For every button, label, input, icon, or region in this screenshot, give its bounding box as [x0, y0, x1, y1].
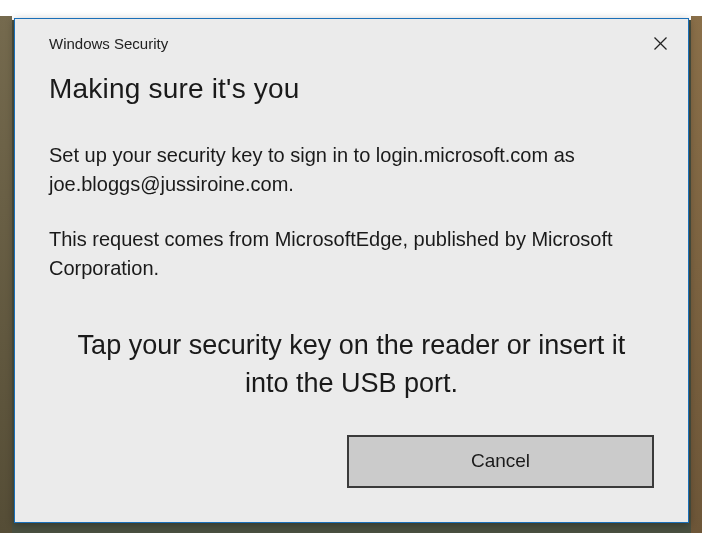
dialog-publisher: This request comes from MicrosoftEdge, p… — [49, 225, 654, 283]
dialog-title: Windows Security — [49, 35, 168, 52]
dialog-description: Set up your security key to sign in to l… — [49, 141, 654, 199]
security-dialog: Windows Security Making sure it's you Se… — [14, 18, 689, 523]
dialog-body: Making sure it's you Set up your securit… — [15, 65, 688, 488]
dialog-instruction: Tap your security key on the reader or i… — [49, 327, 654, 403]
dialog-header: Windows Security — [15, 19, 688, 65]
dialog-heading: Making sure it's you — [49, 73, 654, 105]
backdrop — [0, 0, 12, 533]
backdrop — [0, 0, 702, 20]
close-button[interactable] — [646, 29, 674, 57]
backdrop — [691, 0, 702, 533]
button-row: Cancel — [49, 435, 654, 488]
cancel-button[interactable]: Cancel — [347, 435, 654, 488]
close-icon — [654, 37, 667, 50]
